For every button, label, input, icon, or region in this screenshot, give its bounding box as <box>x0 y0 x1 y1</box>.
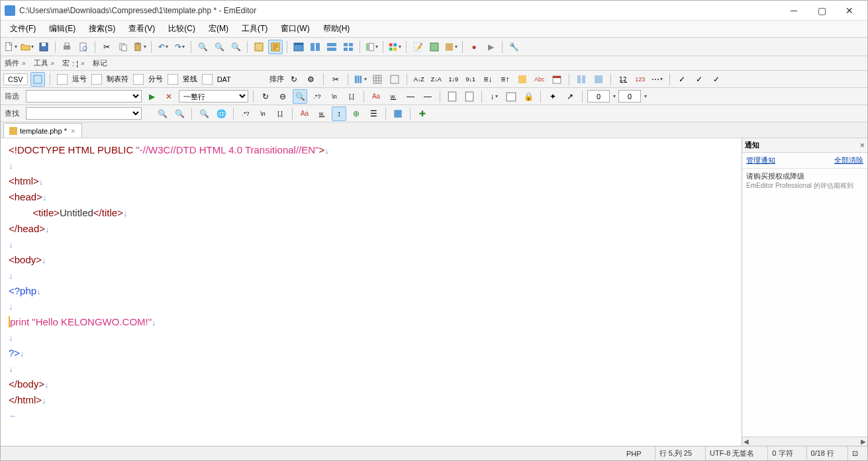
find-button[interactable]: 🔍 <box>195 40 210 54</box>
menu-window[interactable]: 窗口(W) <box>274 21 316 37</box>
redo-button[interactable]: ↷▾ <box>172 40 187 54</box>
paste-button[interactable]: ▾ <box>132 40 147 54</box>
sort-91-button[interactable]: 9↓1 <box>463 72 478 87</box>
check3-button[interactable]: ✓ <box>709 72 724 87</box>
copy-button[interactable] <box>116 40 130 54</box>
open-file-button[interactable]: ▾ <box>20 40 34 54</box>
scroll-left-icon[interactable]: ◀ <box>744 438 749 445</box>
notification-item[interactable]: 请购买授权或降级 EmEditor Professional 的评估期将到 <box>742 169 867 193</box>
find-add-button[interactable]: ✚ <box>415 106 430 121</box>
new-file-button[interactable]: ▾ <box>3 40 18 54</box>
layout2-button[interactable] <box>308 40 322 54</box>
sort-az-button[interactable]: A↓Z <box>412 72 426 87</box>
csv-mode-button[interactable]: CSV <box>3 73 28 85</box>
menu-search[interactable]: 搜索(S) <box>82 21 122 37</box>
find-inc-button[interactable]: 🔍 <box>197 106 211 121</box>
find-next-button[interactable]: 🔍 <box>212 40 226 54</box>
calendar-icon[interactable] <box>550 72 564 87</box>
maximize-button[interactable]: ▢ <box>808 1 836 20</box>
menu-view[interactable]: 查看(V) <box>122 21 162 37</box>
file-tab[interactable]: template.php * × <box>3 123 82 138</box>
find-highlight-button[interactable] <box>391 106 405 121</box>
save-button[interactable] <box>36 40 51 54</box>
find-word-button[interactable]: w. <box>314 106 329 121</box>
find-bracket-button[interactable]: [,] <box>273 106 287 121</box>
filter-go-button[interactable]: ▶ <box>144 89 159 104</box>
find-case-button[interactable]: Aa <box>297 106 312 121</box>
wrap-window-button[interactable] <box>268 40 283 54</box>
wrap-none-button[interactable] <box>252 40 266 54</box>
find-wrap-button[interactable]: ↕ <box>332 106 346 121</box>
find-prev-button[interactable]: 🔍 <box>155 106 169 121</box>
filter-doc2-button[interactable] <box>462 89 477 104</box>
filter-doc1-button[interactable] <box>445 89 459 104</box>
split-col-button[interactable] <box>574 72 589 87</box>
menu-compare[interactable]: 比较(C) <box>162 21 202 37</box>
num-button[interactable]: 1̲2̲ <box>616 72 630 87</box>
print-preview-button[interactable] <box>76 40 91 54</box>
menu-file[interactable]: 文件(F) <box>3 21 42 37</box>
filter-regex-button[interactable]: .*? <box>310 89 324 104</box>
sort-len-desc-button[interactable]: ≡↑ <box>498 72 512 87</box>
dat-button[interactable] <box>200 72 215 87</box>
normal-mode-button[interactable] <box>30 72 45 87</box>
menu-macro[interactable]: 宏(M) <box>202 21 235 37</box>
join-col-button[interactable] <box>591 72 606 87</box>
filter-down-button[interactable]: ↓▾ <box>487 89 501 104</box>
filter-word-button[interactable]: w. <box>386 89 401 104</box>
play-button[interactable]: ▶ <box>483 40 498 54</box>
status-overwrite-icon[interactable]: ⊡ <box>847 446 862 460</box>
find-regex-button[interactable]: .*? <box>238 106 253 121</box>
filter-input[interactable] <box>26 90 142 103</box>
close-button[interactable]: ✕ <box>836 1 863 20</box>
menu-help[interactable]: 帮助(H) <box>316 21 357 37</box>
filter-cal-button[interactable] <box>504 89 518 104</box>
undo-button[interactable]: ↶▾ <box>156 40 170 54</box>
cut-button[interactable]: ✂ <box>99 40 114 54</box>
filter-star-button[interactable]: ✦ <box>546 89 560 104</box>
tool1-button[interactable]: 📝 <box>410 40 425 54</box>
find-next-button[interactable]: 🔍 <box>172 106 187 121</box>
spinner-icon[interactable]: ▾ <box>644 93 647 99</box>
pipe-button[interactable] <box>166 72 180 87</box>
record-button[interactable]: ● <box>467 40 481 54</box>
filter-bracket-button[interactable]: [,] <box>344 89 359 104</box>
filter-refresh-icon[interactable]: ↻ <box>258 89 273 104</box>
panel-scrollbar[interactable]: ◀▶ <box>742 437 867 446</box>
layout4-button[interactable] <box>341 40 356 54</box>
semi-button[interactable] <box>131 72 146 87</box>
table-button[interactable] <box>370 72 385 87</box>
filter-line1-button[interactable]: — <box>403 89 418 104</box>
filter-above-input[interactable] <box>587 90 610 103</box>
find-list-button[interactable]: ☰ <box>366 106 381 121</box>
menu-tools[interactable]: 工具(T) <box>235 21 274 37</box>
tool3-button[interactable]: ▾ <box>444 40 458 54</box>
spinner-icon[interactable]: ▾ <box>613 93 616 99</box>
code-editor[interactable]: <!DOCTYPE HTML PUBLIC "-//W3C//DTD HTML … <box>1 138 742 446</box>
find-world-button[interactable]: 🌐 <box>214 106 228 121</box>
filter-case-button[interactable]: Aa <box>369 89 383 104</box>
color-button[interactable]: ▾ <box>387 40 402 54</box>
delete-dup-button[interactable]: ✂ <box>328 72 343 87</box>
sort-za-button[interactable]: Z↓A <box>429 72 444 87</box>
grid-button[interactable] <box>387 72 402 87</box>
tab-button[interactable] <box>89 72 104 87</box>
abc-button[interactable]: Abc <box>532 72 547 87</box>
find-input[interactable] <box>26 107 142 120</box>
status-position[interactable]: 行 5,列 25 <box>655 446 697 460</box>
tool2-button[interactable] <box>427 40 442 54</box>
columns-button[interactable]: ▾ <box>353 72 367 87</box>
filter-neg-button[interactable]: ⊖ <box>275 89 290 104</box>
panel-close-button[interactable]: × <box>859 140 865 150</box>
ellipsis-button[interactable]: ⋯▾ <box>650 72 665 87</box>
find-escape-button[interactable]: \n <box>256 106 270 121</box>
filter-column-select[interactable]: 一整行 <box>179 90 248 103</box>
filter-lock-icon[interactable]: 🔒 <box>521 89 536 104</box>
filter-escape-button[interactable]: \n <box>327 89 342 104</box>
print-button[interactable] <box>60 40 74 54</box>
tab-close-button[interactable]: × <box>70 127 76 135</box>
refresh-icon[interactable]: ↻ <box>287 72 301 87</box>
clear-all-link[interactable]: 全部清除 <box>834 155 863 165</box>
replace-button[interactable]: 🔍 <box>228 40 243 54</box>
layout1-button[interactable] <box>291 40 306 54</box>
